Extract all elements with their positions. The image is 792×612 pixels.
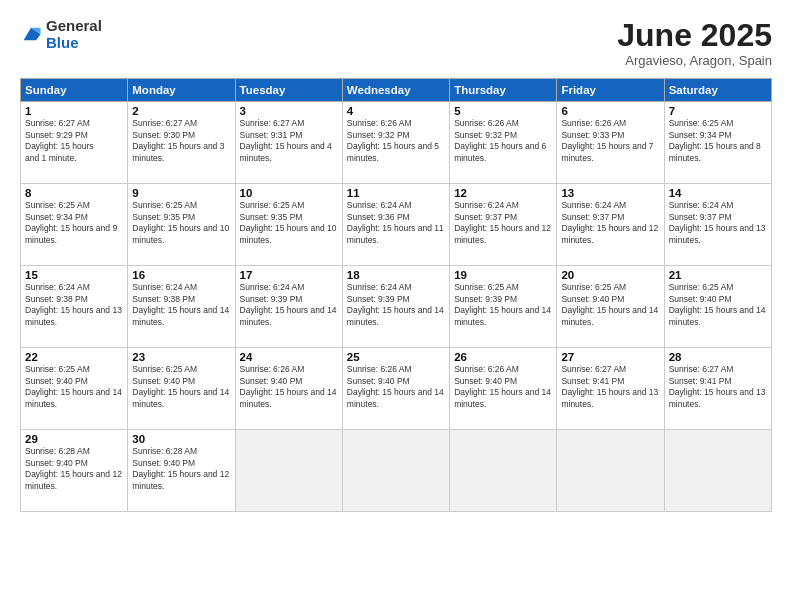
- table-row: 2Sunrise: 6:27 AMSunset: 9:30 PMDaylight…: [128, 102, 235, 184]
- col-header-wednesday: Wednesday: [342, 79, 449, 102]
- title-block: June 2025 Argavieso, Aragon, Spain: [617, 18, 772, 68]
- location: Argavieso, Aragon, Spain: [617, 53, 772, 68]
- table-row: 18Sunrise: 6:24 AMSunset: 9:39 PMDayligh…: [342, 266, 449, 348]
- col-header-thursday: Thursday: [450, 79, 557, 102]
- table-row: 11Sunrise: 6:24 AMSunset: 9:36 PMDayligh…: [342, 184, 449, 266]
- table-row: 19Sunrise: 6:25 AMSunset: 9:39 PMDayligh…: [450, 266, 557, 348]
- col-header-friday: Friday: [557, 79, 664, 102]
- logo: General Blue: [20, 18, 102, 51]
- header: General Blue June 2025 Argavieso, Aragon…: [20, 18, 772, 68]
- logo-blue: Blue: [46, 35, 102, 52]
- month-title: June 2025: [617, 18, 772, 53]
- calendar-week-4: 29Sunrise: 6:28 AMSunset: 9:40 PMDayligh…: [21, 430, 772, 512]
- col-header-saturday: Saturday: [664, 79, 771, 102]
- logo-text: General Blue: [46, 18, 102, 51]
- table-row: 9Sunrise: 6:25 AMSunset: 9:35 PMDaylight…: [128, 184, 235, 266]
- table-row: 28Sunrise: 6:27 AMSunset: 9:41 PMDayligh…: [664, 348, 771, 430]
- table-row: 23Sunrise: 6:25 AMSunset: 9:40 PMDayligh…: [128, 348, 235, 430]
- table-row: 22Sunrise: 6:25 AMSunset: 9:40 PMDayligh…: [21, 348, 128, 430]
- calendar-week-0: 1Sunrise: 6:27 AMSunset: 9:29 PMDaylight…: [21, 102, 772, 184]
- table-row: [342, 430, 449, 512]
- col-header-sunday: Sunday: [21, 79, 128, 102]
- table-row: 30Sunrise: 6:28 AMSunset: 9:40 PMDayligh…: [128, 430, 235, 512]
- table-row: 25Sunrise: 6:26 AMSunset: 9:40 PMDayligh…: [342, 348, 449, 430]
- table-row: 21Sunrise: 6:25 AMSunset: 9:40 PMDayligh…: [664, 266, 771, 348]
- col-header-monday: Monday: [128, 79, 235, 102]
- table-row: 4Sunrise: 6:26 AMSunset: 9:32 PMDaylight…: [342, 102, 449, 184]
- calendar-header-row: Sunday Monday Tuesday Wednesday Thursday…: [21, 79, 772, 102]
- table-row: 24Sunrise: 6:26 AMSunset: 9:40 PMDayligh…: [235, 348, 342, 430]
- table-row: [450, 430, 557, 512]
- table-row: [235, 430, 342, 512]
- table-row: 3Sunrise: 6:27 AMSunset: 9:31 PMDaylight…: [235, 102, 342, 184]
- table-row: 17Sunrise: 6:24 AMSunset: 9:39 PMDayligh…: [235, 266, 342, 348]
- table-row: [664, 430, 771, 512]
- table-row: 8Sunrise: 6:25 AMSunset: 9:34 PMDaylight…: [21, 184, 128, 266]
- logo-icon: [20, 24, 42, 46]
- calendar-week-3: 22Sunrise: 6:25 AMSunset: 9:40 PMDayligh…: [21, 348, 772, 430]
- table-row: 10Sunrise: 6:25 AMSunset: 9:35 PMDayligh…: [235, 184, 342, 266]
- table-row: 12Sunrise: 6:24 AMSunset: 9:37 PMDayligh…: [450, 184, 557, 266]
- calendar-week-2: 15Sunrise: 6:24 AMSunset: 9:38 PMDayligh…: [21, 266, 772, 348]
- page: General Blue June 2025 Argavieso, Aragon…: [0, 0, 792, 612]
- calendar-week-1: 8Sunrise: 6:25 AMSunset: 9:34 PMDaylight…: [21, 184, 772, 266]
- table-row: 20Sunrise: 6:25 AMSunset: 9:40 PMDayligh…: [557, 266, 664, 348]
- table-row: 1Sunrise: 6:27 AMSunset: 9:29 PMDaylight…: [21, 102, 128, 184]
- table-row: 13Sunrise: 6:24 AMSunset: 9:37 PMDayligh…: [557, 184, 664, 266]
- table-row: [557, 430, 664, 512]
- table-row: 29Sunrise: 6:28 AMSunset: 9:40 PMDayligh…: [21, 430, 128, 512]
- table-row: 7Sunrise: 6:25 AMSunset: 9:34 PMDaylight…: [664, 102, 771, 184]
- table-row: 26Sunrise: 6:26 AMSunset: 9:40 PMDayligh…: [450, 348, 557, 430]
- table-row: 16Sunrise: 6:24 AMSunset: 9:38 PMDayligh…: [128, 266, 235, 348]
- table-row: 27Sunrise: 6:27 AMSunset: 9:41 PMDayligh…: [557, 348, 664, 430]
- logo-general: General: [46, 18, 102, 35]
- table-row: 6Sunrise: 6:26 AMSunset: 9:33 PMDaylight…: [557, 102, 664, 184]
- col-header-tuesday: Tuesday: [235, 79, 342, 102]
- table-row: 15Sunrise: 6:24 AMSunset: 9:38 PMDayligh…: [21, 266, 128, 348]
- table-row: 14Sunrise: 6:24 AMSunset: 9:37 PMDayligh…: [664, 184, 771, 266]
- table-row: 5Sunrise: 6:26 AMSunset: 9:32 PMDaylight…: [450, 102, 557, 184]
- calendar: Sunday Monday Tuesday Wednesday Thursday…: [20, 78, 772, 512]
